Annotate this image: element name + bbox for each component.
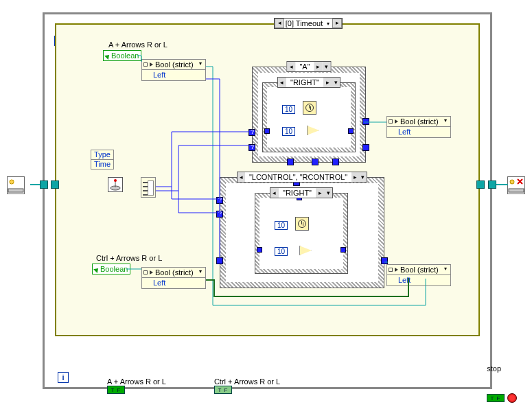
chevron-right-icon[interactable]: ▸ <box>332 19 342 28</box>
event-time-field: Time <box>91 160 113 169</box>
const-10-a2: 10 <box>282 127 295 136</box>
tunnel-a-r2 <box>362 144 369 151</box>
event-case-label: [0] Timeout <box>284 19 324 27</box>
property-node-ctrl-write[interactable]: Bool (strict) Left <box>386 264 451 286</box>
svg-rect-0 <box>8 189 23 192</box>
case-structure-ctrl-inner: ◂"RIGHT"▸▾ 10 10 <box>255 193 348 274</box>
tunnel-a-in <box>264 128 270 134</box>
svg-point-6 <box>114 179 117 182</box>
wait-ms-icon-a <box>303 101 316 115</box>
boolean-ref-a: Boolean <box>103 50 141 61</box>
tf-indicator-stop: T F <box>487 394 505 402</box>
stop-terminal: T F <box>487 393 517 403</box>
a-arrows-label: A + Arrows R or L <box>108 40 167 49</box>
iteration-terminal: i <box>58 372 69 383</box>
tunnel-a-b2 <box>312 159 319 165</box>
stop-icon[interactable] <box>507 393 517 403</box>
unbundle-cluster <box>141 177 156 198</box>
tunnel-ctrl-r <box>381 257 388 264</box>
event-type-field: Type <box>91 150 113 160</box>
event-data-node: Type Time <box>91 150 114 170</box>
tunnel-ctrl-l <box>216 257 223 264</box>
wait-ms-icon-ctrl <box>295 217 309 231</box>
event-case-selector[interactable]: ◂ [0] Timeout ▾ ▸ <box>274 18 343 29</box>
joystick-icon <box>108 177 123 192</box>
tunnel-inner-r <box>476 180 485 189</box>
property-node-ctrl-read[interactable]: Bool (strict) Left <box>141 267 206 289</box>
case-selector-a[interactable]: ◂"A"▸▾ <box>286 61 331 72</box>
source-vi-icon <box>7 176 25 194</box>
tunnel-c-out <box>340 247 346 253</box>
tunnel-c-in <box>257 247 262 253</box>
add-op-a <box>307 126 319 135</box>
chevron-left-icon[interactable]: ◂ <box>275 19 284 28</box>
selector-tunnel-c2 <box>216 211 223 218</box>
tf-indicator-ctrl: T F <box>214 386 232 394</box>
svg-rect-2 <box>509 189 524 192</box>
const-10-a1: 10 <box>282 105 295 114</box>
case-selector-a-inner[interactable]: ◂"RIGHT"▸▾ <box>277 77 340 88</box>
selector-tunnel-c1 <box>216 197 223 204</box>
ctrl-arrows-indicator: Ctrl + Arrows R or L T F <box>214 377 280 394</box>
tf-indicator-a: T F <box>107 386 125 394</box>
const-10-c1: 10 <box>275 221 288 230</box>
tunnel-a-b1 <box>287 159 294 165</box>
stop-label: stop <box>487 364 501 373</box>
case-structure-a-inner: ◂"RIGHT"▸▾ 10 10 <box>262 82 356 152</box>
tunnel-a-b3 <box>332 159 339 165</box>
a-arrows-indicator: A + Arrows R or L T F <box>107 377 166 394</box>
tunnel-left-outer <box>40 180 48 189</box>
dest-vi-icon <box>507 176 525 194</box>
case-structure-ctrl: ◂"LCONTROL", "RCONTROL"▸▾ ◂"RIGHT"▸▾ 10 … <box>220 177 384 288</box>
chevron-down-icon[interactable]: ▾ <box>324 21 332 27</box>
tunnel-a-r1 <box>362 118 369 125</box>
ctrl-arrows-label: Ctrl + Arrows R or L <box>96 254 162 262</box>
selector-tunnel-a1 <box>248 129 255 136</box>
selector-tunnel-a2 <box>248 144 255 151</box>
property-node-a-read[interactable]: Bool (strict) Left <box>141 59 206 81</box>
tunnel-right-outer <box>488 180 496 189</box>
case-selector-ctrl[interactable]: ◂"LCONTROL", "RCONTROL"▸▾ <box>237 172 367 183</box>
property-node-a-write[interactable]: Bool (strict) Left <box>386 116 451 138</box>
add-op-ctrl <box>299 246 312 255</box>
const-10-c2: 10 <box>275 247 288 256</box>
case-selector-ctrl-inner[interactable]: ◂"RIGHT"▸▾ <box>270 187 333 198</box>
case-structure-a: ◂"A"▸▾ ◂"RIGHT"▸▾ 10 10 <box>252 67 366 163</box>
tunnel-inner-l <box>51 180 59 189</box>
boolean-ref-ctrl: Boolean <box>92 264 130 274</box>
tunnel-a-out <box>348 128 354 134</box>
